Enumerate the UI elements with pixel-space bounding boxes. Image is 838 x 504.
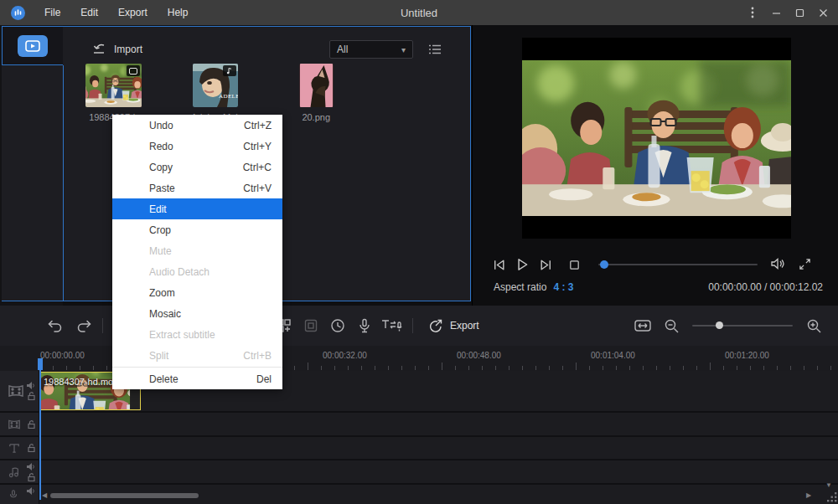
voiceover-button[interactable] [352,313,377,338]
ruler-tick [696,366,697,370]
track-text [0,437,838,459]
import-label: Import [114,44,142,55]
track-pip-lane [39,413,838,435]
track-mute-icon[interactable] [27,487,35,495]
seek-handle[interactable] [600,260,608,269]
context-menu-item-paste[interactable]: Paste Ctrl+V [112,177,282,198]
video-editor-window: FileEditExportHelp Untitled [0,0,838,504]
media-item-image-audio[interactable]: Adele - Mak [191,64,241,122]
track-pip-head [0,413,39,435]
menu-export[interactable]: Export [109,3,157,22]
track-mute-icon[interactable] [27,382,35,389]
menu-item-label: Zoom [149,287,175,299]
seek-slider[interactable] [598,264,758,265]
timeline-zoom-slider[interactable] [692,325,793,327]
hscroll-left-arrow[interactable]: ◀ [42,492,47,499]
zoom-out-button[interactable] [659,313,684,338]
context-menu-item-undo[interactable]: Undo Ctrl+Z [112,115,282,136]
import-button[interactable]: Import [91,43,142,56]
media-filter-value: All [337,44,348,55]
menu-item-label: Paste [149,183,175,194]
ruler-tick [53,366,54,370]
stop-button[interactable] [563,255,585,274]
video-preview[interactable] [522,38,791,239]
sidebar-item-media[interactable] [2,26,63,65]
track-lock-icon[interactable] [28,420,35,429]
export-label: Export [450,320,479,332]
context-menu-item-delete[interactable]: Delete Del [112,368,282,389]
aspect-ratio-value[interactable]: 4 : 3 [553,281,573,293]
ruler-label: 00:00:48.00 [457,351,501,360]
resize-grip-icon[interactable] [825,491,837,503]
timeline-tracks: 19884307-hd.mov [0,371,838,504]
close-button[interactable] [811,0,835,25]
track-lock-icon[interactable] [28,473,35,481]
vscroll-down-arrow[interactable]: ▼ [825,482,832,489]
ruler-tick [93,366,94,370]
text-to-speech-button[interactable] [379,313,404,338]
media-item-image[interactable]: 20.png [299,64,334,122]
undo-button[interactable] [42,313,67,338]
ruler-tick [549,366,550,370]
video-frame [522,60,791,216]
ruler-tick [603,366,603,370]
fit-timeline-button[interactable] [630,313,655,338]
timecode: 00:00:00.00 / 00:00:12.02 [708,281,823,293]
menu-item-label: Redo [149,141,173,152]
horizontal-scrollbar-thumb[interactable] [50,493,199,498]
minimize-button[interactable] [764,0,788,25]
duration-button[interactable] [325,313,350,338]
context-menu-item-edit[interactable]: Edit [112,198,282,219]
panel-border [63,65,64,301]
menu-item-label: Delete [149,373,178,385]
ruler-label: 00:01:20.00 [725,351,769,360]
export-button[interactable]: Export [428,318,479,333]
context-menu-item-mosaic[interactable]: Mosaic [112,303,282,324]
menu-item-shortcut: Ctrl+Z [244,120,272,131]
track-text-lane [39,437,838,459]
track-mute-icon[interactable] [27,463,35,471]
ruler-tick [294,366,295,370]
list-view-button[interactable] [427,41,443,58]
ruler-tick [66,366,67,370]
ruler-tick [482,366,483,370]
more-options-button[interactable] [741,0,764,25]
track-lock-icon[interactable] [28,392,35,400]
menubar: FileEditExportHelp [35,3,197,22]
menu-file[interactable]: File [35,3,70,22]
menu-help[interactable]: Help [158,3,198,22]
ruler-tick [790,366,791,370]
zoom-in-button[interactable] [801,313,826,338]
video-track-icon [8,383,24,399]
volume-button[interactable] [768,255,788,273]
context-menu-item-zoom[interactable]: Zoom [112,282,282,303]
pip-track-icon [8,419,21,430]
ruler-tick [643,366,644,370]
menu-edit[interactable]: Edit [71,3,107,22]
hscroll-right-arrow[interactable]: ▶ [806,492,811,499]
ruler-tick [334,366,335,370]
zoom-slider-handle[interactable] [716,321,723,329]
menu-item-shortcut: Ctrl+C [243,162,272,173]
track-lock-icon[interactable] [28,444,35,452]
track-voiceover-head [0,485,39,504]
media-item-video[interactable]: 19884307-h [85,64,142,122]
ruler-tick [817,366,818,370]
media-filter-dropdown[interactable]: All ▾ [329,40,413,59]
context-menu-item-crop[interactable]: Crop [112,219,282,240]
ruler-tick [106,366,107,370]
menu-item-shortcut: Ctrl+V [243,183,272,194]
context-menu-item-copy[interactable]: Copy Ctrl+C [112,157,282,177]
export-icon [428,318,443,333]
ruler-tick [468,366,469,370]
redo-button[interactable] [72,313,97,338]
context-menu-item-redo[interactable]: Redo Ctrl+Y [112,136,282,157]
menu-item-shortcut: Ctrl+B [243,350,272,362]
maximize-button[interactable] [788,0,811,25]
fullscreen-button[interactable] [794,255,815,273]
next-frame-button[interactable] [535,255,556,274]
titlebar: FileEditExportHelp Untitled [0,0,838,25]
previous-frame-button[interactable] [488,255,510,274]
play-button[interactable] [511,255,533,274]
ruler-tick [375,366,375,370]
